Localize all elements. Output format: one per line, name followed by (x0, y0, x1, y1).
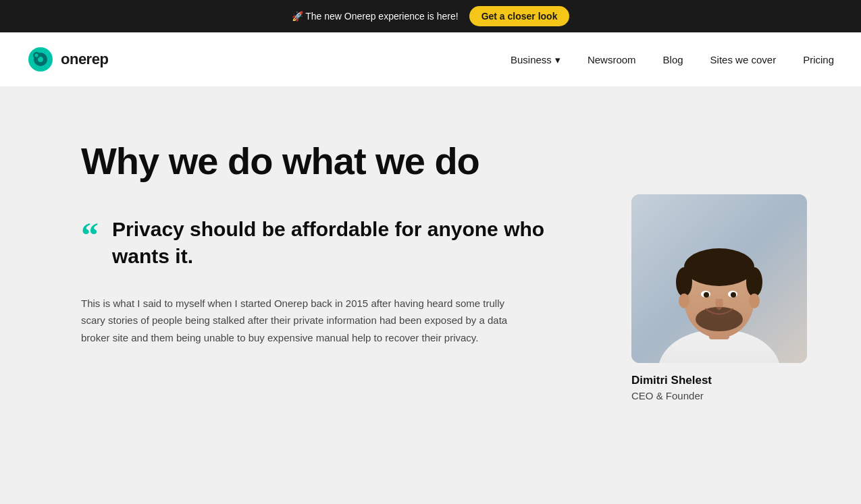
nav-link-blog[interactable]: Blog (663, 54, 683, 65)
quote-section: “ Privacy should be affordable for anyon… (81, 216, 591, 271)
svg-point-16 (704, 292, 709, 298)
content-left: Why we do what we do “ Privacy should be… (81, 140, 591, 346)
quote-text: Privacy should be affordable for anyone … (112, 216, 591, 271)
svg-point-17 (731, 292, 736, 298)
nav-item-newsroom[interactable]: Newsroom (588, 54, 636, 65)
svg-point-18 (679, 293, 689, 308)
nav-item-blog[interactable]: Blog (663, 54, 683, 65)
svg-point-19 (749, 293, 760, 308)
announcement-text: 🚀 The new Onerep experience is here! (292, 11, 459, 22)
logo-text: onerep (61, 51, 108, 68)
nav-item-sites[interactable]: Sites we cover (710, 54, 777, 65)
person-image (631, 194, 807, 363)
logo-icon (27, 46, 54, 73)
body-text: This is what I said to myself when I sta… (81, 295, 513, 347)
svg-point-12 (746, 267, 762, 297)
chevron-down-icon: ▾ (555, 54, 560, 66)
nav-link-sites[interactable]: Sites we cover (710, 54, 777, 65)
quote-mark-icon: “ (81, 221, 99, 250)
svg-point-4 (35, 54, 38, 57)
nav-item-business[interactable]: Business ▾ (511, 53, 560, 66)
announcement-emoji: 🚀 (292, 11, 303, 22)
nav-link-pricing[interactable]: Pricing (803, 54, 834, 65)
navbar: onerep Business ▾ Newsroom Blog Sites we… (0, 32, 861, 86)
cta-button[interactable]: Get a closer look (469, 6, 570, 26)
svg-point-10 (684, 248, 754, 286)
person-name: Dimitri Shelest (631, 374, 712, 387)
nav-link-newsroom[interactable]: Newsroom (588, 54, 636, 65)
main-content: Why we do what we do “ Privacy should be… (0, 86, 861, 504)
person-section: Dimitri Shelest CEO & Founder (631, 194, 807, 401)
nav-menu: Business ▾ Newsroom Blog Sites we cover … (511, 53, 834, 66)
logo-link[interactable]: onerep (27, 46, 108, 73)
svg-point-13 (696, 307, 743, 331)
svg-point-11 (676, 267, 692, 297)
person-job-title: CEO & Founder (631, 390, 704, 401)
announcement-bar: 🚀 The new Onerep experience is here! Get… (0, 0, 861, 32)
person-photo (631, 194, 807, 363)
nav-link-business[interactable]: Business ▾ (511, 53, 560, 66)
nav-item-pricing[interactable]: Pricing (803, 54, 834, 65)
page-title: Why we do what we do (81, 140, 591, 182)
